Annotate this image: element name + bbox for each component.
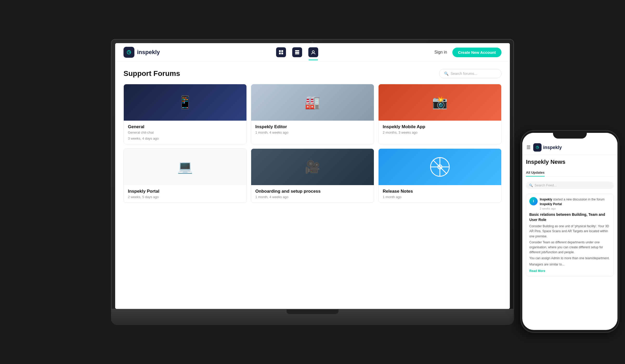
forum-card-release[interactable]: Release Notes 1 month ago: [378, 148, 502, 203]
forum-card-time-general: 3 weeks, 4 days ago: [128, 136, 242, 140]
forum-card-title-editor: Inspekly Editor: [255, 124, 370, 129]
news-meta-text: Inspekly started a new discussion in the…: [540, 197, 610, 206]
forum-card-title-general: General: [128, 124, 242, 129]
forum-card-mobile[interactable]: Inspekly Mobile App 2 months, 3 weeks ag…: [378, 84, 502, 144]
forum-card-time-mobile: 2 months, 3 weeks ago: [383, 131, 497, 134]
svg-point-9: [312, 51, 314, 53]
laptop-camera: [311, 41, 314, 43]
logo-icon: [123, 47, 134, 58]
forum-card-img-general: [124, 84, 246, 121]
forum-card-onboarding[interactable]: Onboarding and setup process 1 month, 4 …: [251, 148, 374, 203]
forum-card-time-onboarding: 1 month, 4 weeks ago: [255, 195, 370, 199]
forum-card-body-editor: Inspekly Editor 1 month, 4 weeks ago: [251, 121, 374, 138]
forum-card-body-general: General General chit-chat 3 weeks, 4 day…: [124, 121, 246, 144]
svg-rect-4: [279, 53, 281, 54]
svg-rect-3: [281, 50, 283, 52]
svg-rect-2: [279, 50, 281, 52]
forum-card-title-release: Release Notes: [383, 189, 497, 194]
search-icon: 🔍: [444, 72, 448, 76]
forum-card-body-release: Release Notes 1 month ago: [379, 185, 501, 203]
laptop-screen-outer: inspekly: [111, 39, 514, 309]
laptop-hinge-notch: [287, 309, 338, 314]
forum-card-editor[interactable]: Inspekly Editor 1 month, 4 weeks ago: [251, 84, 374, 144]
logo-text: inspekly: [137, 49, 160, 56]
forum-card-img-portal: [124, 149, 246, 185]
release-notes-icon: [429, 157, 450, 177]
forum-card-img-release: [379, 149, 501, 185]
laptop: inspekly: [111, 39, 514, 325]
forum-card-body-mobile: Inspekly Mobile App 2 months, 3 weeks ag…: [379, 121, 501, 138]
news-title: Basic relations between Building, Team a…: [529, 212, 610, 222]
logo-area: inspekly: [123, 47, 160, 58]
search-box[interactable]: 🔍 Search forums...: [439, 69, 502, 78]
svg-rect-5: [281, 53, 283, 54]
news-meta: Inspekly started a new discussion in the…: [540, 197, 610, 210]
phone-search-box[interactable]: 🔍 Search Feed...: [526, 181, 614, 189]
nav-btn-1[interactable]: [276, 47, 286, 57]
read-more-link[interactable]: Read More: [529, 269, 545, 273]
page-title: Support Forums: [123, 69, 180, 78]
phone-screen: ☰ inspekly Inspekly News All Updates: [522, 133, 617, 330]
forum-card-title-portal: Inspekly Portal: [128, 189, 242, 194]
news-body: Consider Building as one unit of 'physic…: [529, 224, 610, 267]
logo-svg: [126, 49, 132, 56]
forum-card-sub-general: General chit-chat: [128, 131, 242, 134]
forum-card-body-onboarding: Onboarding and setup process 1 month, 4 …: [251, 185, 374, 203]
laptop-content: Support Forums 🔍 Search forums... Genera…: [115, 62, 510, 309]
forum-card-time-portal: 2 weeks, 5 days ago: [128, 195, 242, 199]
phone-notch: [553, 131, 587, 139]
svg-rect-6: [295, 50, 299, 51]
forum-card-title-onboarding: Onboarding and setup process: [255, 189, 370, 194]
svg-rect-7: [295, 52, 299, 53]
forum-card-img-onboarding: [251, 149, 374, 185]
phone-tabs: All Updates: [526, 169, 614, 177]
phone: ☰ inspekly Inspekly News All Updates: [520, 130, 619, 333]
forum-card-general[interactable]: General General chit-chat 3 weeks, 4 day…: [123, 84, 247, 144]
phone-logo-text: inspekly: [543, 145, 562, 150]
nav-btn-2[interactable]: [292, 47, 302, 57]
nav-icon-1: [278, 50, 284, 55]
forum-card-body-portal: Inspekly Portal 2 weeks, 5 days ago: [124, 185, 246, 203]
news-time: 2 weeks ago: [540, 207, 610, 210]
news-item-1: I Inspekly started a new discussion in t…: [526, 194, 614, 276]
phone-section-title: Inspekly News: [526, 159, 614, 165]
scene: inspekly: [27, 16, 598, 348]
hamburger-icon[interactable]: ☰: [526, 145, 531, 150]
header-right: Sign in Create New Account: [434, 48, 502, 57]
svg-rect-8: [295, 54, 299, 54]
laptop-header: inspekly: [115, 43, 510, 62]
nav-icons: [276, 47, 318, 57]
nav-icon-3: [311, 50, 316, 55]
laptop-base: [111, 309, 514, 325]
search-placeholder-text: Search forums...: [451, 72, 477, 76]
forum-card-title-mobile: Inspekly Mobile App: [383, 124, 497, 129]
forum-card-img-editor: [251, 84, 374, 121]
news-avatar: I: [529, 197, 538, 205]
forum-grid: General General chit-chat 3 weeks, 4 day…: [123, 84, 502, 203]
forum-card-time-editor: 1 month, 4 weeks ago: [255, 131, 370, 134]
laptop-screen: inspekly: [115, 43, 510, 309]
create-account-button[interactable]: Create New Account: [452, 48, 502, 57]
nav-icon-2: [295, 50, 300, 55]
phone-search-placeholder: Search Feed...: [535, 183, 557, 187]
sign-in-button[interactable]: Sign in: [434, 50, 447, 55]
forum-card-portal[interactable]: Inspekly Portal 2 weeks, 5 days ago: [123, 148, 247, 203]
phone-logo-icon: [533, 143, 542, 152]
phone-content: Inspekly News All Updates 🔍 Search Feed.…: [522, 155, 617, 330]
forum-card-time-release: 1 month ago: [383, 195, 497, 199]
phone-search-icon: 🔍: [529, 184, 533, 187]
news-item-header: I Inspekly started a new discussion in t…: [529, 197, 610, 210]
forum-card-img-mobile: [379, 84, 501, 121]
nav-btn-3[interactable]: [308, 47, 318, 57]
phone-tab-all-updates[interactable]: All Updates: [526, 169, 545, 177]
phone-logo-svg: [535, 145, 540, 150]
forums-header: Support Forums 🔍 Search forums...: [123, 69, 502, 78]
